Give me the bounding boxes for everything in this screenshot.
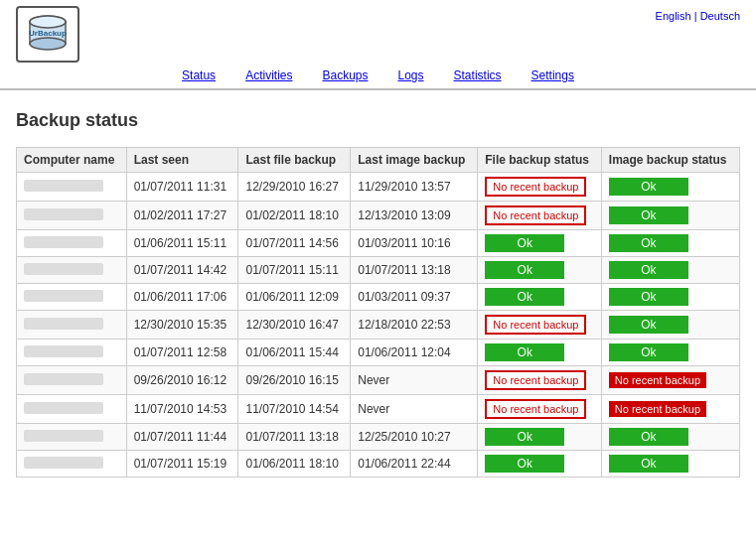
computer-name-blurred	[24, 208, 103, 220]
col-last-file-backup: Last file backup	[238, 148, 351, 173]
table-header-row: Computer name Last seen Last file backup…	[17, 148, 740, 173]
table-row: 09/26/2010 16:1209/26/2010 16:15NeverNo …	[17, 366, 740, 395]
svg-point-3	[30, 16, 66, 28]
nav-activities[interactable]: Activities	[245, 68, 292, 82]
computer-name-blurred	[24, 457, 103, 469]
nav-status[interactable]: Status	[182, 68, 216, 82]
cell-last-image: Never	[351, 395, 478, 424]
file-status-badge: No recent backup	[485, 370, 586, 390]
cell-file-status: Ok	[478, 257, 602, 284]
cell-file-status: No recent backup	[478, 173, 602, 202]
cell-computer-name	[17, 284, 127, 311]
table-row: 01/02/2011 17:2701/02/2011 18:1012/13/20…	[17, 202, 740, 230]
computer-name-blurred	[24, 236, 103, 248]
computer-name-blurred	[24, 345, 103, 357]
col-image-status: Image backup status	[601, 148, 739, 173]
image-status-badge: Ok	[609, 234, 688, 252]
cell-last-image: 01/06/2011 12:04	[351, 340, 478, 366]
file-status-badge: No recent backup	[485, 205, 586, 225]
cell-last-seen: 01/06/2011 17:06	[126, 284, 238, 311]
cell-file-status: No recent backup	[478, 395, 602, 424]
cell-computer-name	[17, 451, 127, 478]
file-status-badge: Ok	[485, 234, 564, 252]
page-title: Backup status	[16, 110, 740, 131]
image-status-badge: Ok	[609, 428, 688, 446]
file-status-badge: No recent backup	[485, 315, 586, 335]
nav-logs[interactable]: Logs	[398, 68, 424, 82]
computer-name-blurred	[24, 180, 103, 192]
col-file-status: File backup status	[478, 148, 602, 173]
cell-file-status: No recent backup	[478, 202, 602, 230]
computer-name-blurred	[24, 402, 103, 414]
cell-last-image: Never	[351, 366, 478, 395]
file-status-badge: Ok	[485, 428, 564, 446]
language-selector[interactable]: English | Deutsch	[656, 6, 740, 22]
computer-name-blurred	[24, 318, 103, 330]
cell-last-file: 01/06/2011 18:10	[238, 451, 351, 478]
nav-backups[interactable]: Backups	[322, 68, 368, 82]
cell-last-file: 01/06/2011 15:44	[238, 340, 351, 366]
cell-last-seen: 01/07/2011 14:42	[126, 257, 238, 284]
image-status-badge: Ok	[609, 316, 688, 334]
cell-last-file: 09/26/2010 16:15	[238, 366, 351, 395]
cell-file-status: Ok	[478, 424, 602, 451]
cell-last-image: 01/03/2011 10:16	[351, 230, 478, 257]
image-status-badge: Ok	[609, 206, 688, 224]
cell-image-status: Ok	[601, 202, 739, 230]
cell-last-file: 01/06/2011 12:09	[238, 284, 351, 311]
cell-last-file: 01/07/2011 13:18	[238, 424, 351, 451]
cell-file-status: No recent backup	[478, 311, 602, 340]
table-row: 12/30/2010 15:3512/30/2010 16:4712/18/20…	[17, 311, 740, 340]
cell-last-file: 11/07/2010 14:54	[238, 395, 351, 424]
nav-settings[interactable]: Settings	[531, 68, 574, 82]
lang-english[interactable]: English	[656, 10, 691, 22]
computer-name-blurred	[24, 290, 103, 302]
cell-image-status: Ok	[601, 424, 739, 451]
image-status-badge: Ok	[609, 455, 688, 473]
table-row: 01/07/2011 14:4201/07/2011 15:1101/07/20…	[17, 257, 740, 284]
cell-computer-name	[17, 257, 127, 284]
table-row: 01/07/2011 12:5801/06/2011 15:4401/06/20…	[17, 340, 740, 366]
cell-computer-name	[17, 395, 127, 424]
col-last-image-backup: Last image backup	[351, 148, 478, 173]
cell-image-status: Ok	[601, 230, 739, 257]
file-status-badge: Ok	[485, 261, 564, 279]
lang-deutsch[interactable]: Deutsch	[700, 10, 740, 22]
table-row: 01/07/2011 11:3112/29/2010 16:2711/29/20…	[17, 173, 740, 202]
file-status-badge: Ok	[485, 455, 564, 473]
svg-point-2	[30, 38, 66, 50]
cell-image-status: No recent backup	[601, 366, 739, 395]
cell-last-file: 12/30/2010 16:47	[238, 311, 351, 340]
cell-last-file: 01/02/2011 18:10	[238, 202, 351, 230]
header-top: UrBackup English | Deutsch	[0, 0, 756, 63]
cell-last-image: 01/03/2011 09:37	[351, 284, 478, 311]
cell-last-seen: 01/02/2011 17:27	[126, 202, 238, 230]
image-status-badge: No recent backup	[609, 401, 706, 417]
table-row: 01/07/2011 15:1901/06/2011 18:1001/06/20…	[17, 451, 740, 478]
cell-last-image: 12/13/2010 13:09	[351, 202, 478, 230]
cell-image-status: No recent backup	[601, 395, 739, 424]
cell-computer-name	[17, 366, 127, 395]
nav-statistics[interactable]: Statistics	[454, 68, 502, 82]
cell-last-image: 01/07/2011 13:18	[351, 257, 478, 284]
computer-name-blurred	[24, 373, 103, 385]
cell-last-image: 12/18/2010 22:53	[351, 311, 478, 340]
image-status-badge: Ok	[609, 288, 688, 306]
file-status-badge: No recent backup	[485, 177, 586, 197]
cell-last-image: 12/25/2010 10:27	[351, 424, 478, 451]
col-computer-name: Computer name	[17, 148, 127, 173]
cell-last-seen: 12/30/2010 15:35	[126, 311, 238, 340]
cell-last-file: 01/07/2011 15:11	[238, 257, 351, 284]
file-status-badge: Ok	[485, 288, 564, 306]
cell-image-status: Ok	[601, 173, 739, 202]
cell-last-file: 12/29/2010 16:27	[238, 173, 351, 202]
file-status-badge: Ok	[485, 343, 564, 361]
table-row: 01/07/2011 11:4401/07/2011 13:1812/25/20…	[17, 424, 740, 451]
cell-last-seen: 11/07/2010 14:53	[126, 395, 238, 424]
cell-image-status: Ok	[601, 340, 739, 366]
page-content: Backup status Computer name Last seen La…	[0, 90, 756, 497]
table-row: 01/06/2011 15:1101/07/2011 14:5601/03/20…	[17, 230, 740, 257]
cell-last-image: 11/29/2010 13:57	[351, 173, 478, 202]
image-status-badge: Ok	[609, 261, 688, 279]
nav-bar: Status Activities Backups Logs Statistic…	[0, 63, 756, 90]
